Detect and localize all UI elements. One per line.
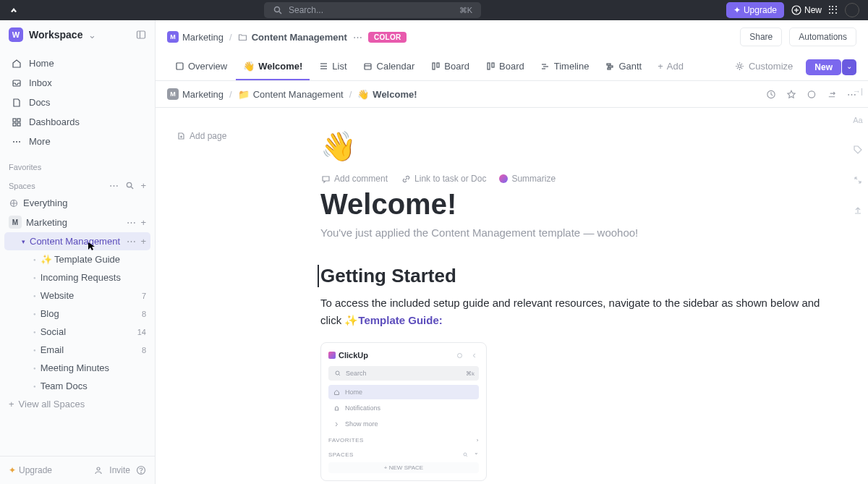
nav-inbox[interactable]: Inbox xyxy=(4,73,150,93)
cursor-pointer-icon xyxy=(88,242,95,250)
collapse-rail-icon[interactable]: →| xyxy=(853,87,863,95)
crumb-more-icon[interactable]: ⋯ xyxy=(353,32,362,43)
tree-marketing-label: Marketing xyxy=(26,217,67,228)
add-comment-button[interactable]: Add comment xyxy=(320,174,388,184)
doc-emoji[interactable]: 👋 xyxy=(320,130,825,164)
sidebar-toggle-icon[interactable] xyxy=(136,30,146,40)
bc2-cm[interactable]: 📁 Content Management xyxy=(238,89,344,100)
workspace-badge: W xyxy=(9,27,23,42)
sc-fav-label: FAVORITES xyxy=(328,437,364,443)
tree-email[interactable]: ● Email 8 xyxy=(4,341,150,359)
share-button[interactable]: Share xyxy=(740,27,782,46)
nav-inbox-label: Inbox xyxy=(29,77,52,88)
tree-blog[interactable]: ● Blog 8 xyxy=(4,305,150,323)
link-task-button[interactable]: Link to task or Doc xyxy=(401,174,486,184)
customize-label: Customize xyxy=(749,61,793,72)
sc-favorites: FAVORITES › xyxy=(328,437,479,443)
spaces-search-icon[interactable] xyxy=(124,181,135,191)
spaces-more-icon[interactable]: ⋯ xyxy=(109,180,119,191)
star-icon[interactable] xyxy=(786,89,796,99)
clickup-logo-icon[interactable] xyxy=(9,5,19,15)
upgrade-sidebar-link[interactable]: Upgrade xyxy=(19,465,52,475)
doc-p1[interactable]: To access the included setup guide and r… xyxy=(320,294,825,329)
nav-docs[interactable]: Docs xyxy=(4,93,150,112)
svg-line-46 xyxy=(467,455,468,457)
favorites-section-label: Favorites xyxy=(0,156,155,174)
add-page-button[interactable]: Add page xyxy=(176,131,226,141)
svg-point-14 xyxy=(19,141,20,143)
workspace-name: Workspace xyxy=(29,29,82,41)
upgrade-button-top[interactable]: ✦ Upgrade xyxy=(726,2,784,18)
svg-line-16 xyxy=(131,187,133,189)
automations-button[interactable]: Automations xyxy=(789,27,856,46)
export-icon[interactable] xyxy=(827,89,837,99)
tab-calendar[interactable]: Calendar xyxy=(356,54,422,80)
tree-social[interactable]: ● Social 14 xyxy=(4,323,150,341)
app-grid-icon[interactable] xyxy=(829,6,838,14)
tab-add[interactable]: + Add xyxy=(650,54,691,80)
tree-incoming[interactable]: ● Incoming Requests xyxy=(4,268,150,286)
new-button-chevron[interactable]: ⌄ xyxy=(842,59,856,75)
new-button-top[interactable]: New xyxy=(791,5,822,15)
sc-spaces: SPACES ⌄ xyxy=(328,449,479,459)
marketing-more-icon[interactable]: ⋯ xyxy=(127,217,136,228)
svg-rect-25 xyxy=(365,64,371,69)
tree-meeting[interactable]: ● Meeting Minutes xyxy=(4,359,150,377)
nav-more-label: More xyxy=(29,136,51,147)
invite-link[interactable]: Invite xyxy=(109,465,130,475)
tab-board2[interactable]: Board xyxy=(478,54,532,80)
tree-incoming-label: Incoming Requests xyxy=(41,272,121,283)
nav-more[interactable]: More xyxy=(4,132,150,151)
user-avatar[interactable] xyxy=(845,3,859,17)
tab-board1-label: Board xyxy=(444,61,469,72)
plus-icon: + xyxy=(658,61,663,72)
tree-everything[interactable]: Everything xyxy=(4,194,150,212)
tab-timeline[interactable]: Timeline xyxy=(533,54,597,80)
tree-content-management[interactable]: ▾ Content Management ⋯ + xyxy=(4,232,150,250)
tree-team-docs[interactable]: ● Team Docs xyxy=(4,377,150,395)
summarize-button[interactable]: Summarize xyxy=(499,174,556,184)
svg-rect-10 xyxy=(13,123,16,126)
tree-website[interactable]: ● Website 7 xyxy=(4,286,150,305)
tree-view-all[interactable]: + View all Spaces xyxy=(4,395,150,413)
customize-button[interactable]: Customize xyxy=(728,54,800,80)
nav-dashboards[interactable]: Dashboards xyxy=(4,112,150,132)
doc-title[interactable]: Welcome! xyxy=(320,188,825,221)
cm-add-icon[interactable]: + xyxy=(140,236,146,247)
tree-marketing[interactable]: M Marketing ⋯ + xyxy=(4,212,150,232)
rail-share-icon[interactable] xyxy=(853,205,863,216)
tab-list-label: List xyxy=(332,61,346,72)
tab-overview[interactable]: Overview xyxy=(167,54,234,80)
invite-icon[interactable] xyxy=(93,465,103,475)
doc-h2-getting-started[interactable]: Getting Started xyxy=(318,265,825,287)
sc-home-label: Home xyxy=(345,389,362,396)
tab-gantt[interactable]: Gantt xyxy=(597,54,649,80)
rail-tag-icon[interactable] xyxy=(853,145,863,155)
tab-welcome[interactable]: 👋 Welcome! xyxy=(236,54,310,80)
crumb-marketing[interactable]: M Marketing xyxy=(167,31,224,43)
crumb-cm[interactable]: Content Management xyxy=(238,32,347,43)
sc-search: Search ⌘k xyxy=(328,366,479,381)
nav-home[interactable]: Home xyxy=(4,54,150,73)
tab-board1[interactable]: Board xyxy=(423,54,477,80)
marketing-add-icon[interactable]: + xyxy=(140,217,146,228)
typography-icon[interactable]: Aa xyxy=(853,116,862,124)
cm-more-icon[interactable]: ⋯ xyxy=(127,236,136,247)
workspace-switcher[interactable]: W Workspace ⌄ xyxy=(0,20,155,49)
dashboards-icon xyxy=(12,117,22,127)
bc2-welcome[interactable]: 👋 Welcome! xyxy=(357,89,417,100)
color-badge[interactable]: COLOR xyxy=(368,32,407,43)
comment-icon[interactable] xyxy=(807,89,817,99)
rail-expand-icon[interactable] xyxy=(853,175,863,185)
global-search[interactable]: Search... ⌘K xyxy=(264,2,481,18)
link-icon xyxy=(401,174,411,184)
help-icon[interactable] xyxy=(136,465,146,475)
tree-template-guide[interactable]: ● ✨ Template Guide xyxy=(4,250,150,268)
history-icon[interactable] xyxy=(766,89,776,99)
tab-list[interactable]: List xyxy=(311,54,354,80)
bc2-marketing[interactable]: M Marketing xyxy=(167,88,224,100)
spaces-add-icon[interactable]: + xyxy=(140,180,146,191)
new-button[interactable]: New xyxy=(806,59,841,75)
svg-point-12 xyxy=(13,141,14,143)
search-kbd: ⌘K xyxy=(459,6,472,15)
